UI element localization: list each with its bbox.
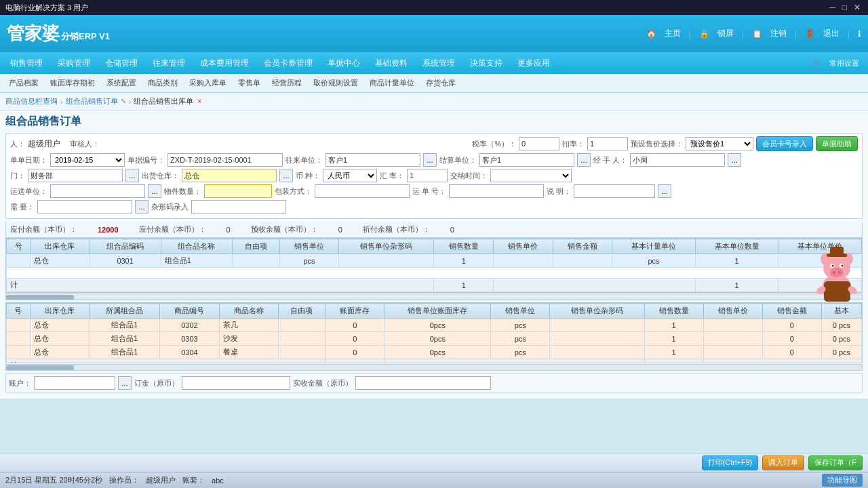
close-button[interactable]: ✕ bbox=[852, 3, 863, 12]
header-logout-link[interactable]: 注销 bbox=[770, 28, 787, 39]
svg-point-8 bbox=[842, 265, 844, 267]
subnav-history[interactable]: 经营历程 bbox=[267, 76, 307, 90]
account-input[interactable] bbox=[34, 376, 115, 390]
status-operator-label: 操作员： bbox=[109, 475, 139, 485]
minimize-button[interactable]: ─ bbox=[827, 3, 837, 12]
header-exit-link[interactable]: 退出 bbox=[823, 28, 840, 39]
breadcrumb-item-2[interactable]: 组合品销售订单 bbox=[66, 96, 118, 106]
sub-hscroll-thumb[interactable] bbox=[6, 365, 74, 371]
breadcrumb-close-button[interactable]: × bbox=[197, 98, 201, 105]
nav-sales[interactable]: 销售管理 bbox=[3, 55, 50, 72]
logout-icon: 📋 bbox=[752, 29, 762, 39]
header-lock-link[interactable]: 锁屏 bbox=[717, 28, 734, 39]
lock-icon: 🔒 bbox=[699, 29, 709, 39]
handler-input[interactable] bbox=[630, 153, 725, 167]
member-card-button[interactable]: 会员卡号录入 bbox=[756, 136, 813, 151]
print-button[interactable]: 打印(Ctrl+F9) bbox=[702, 455, 759, 470]
handler-label: 经 手 人： bbox=[593, 155, 627, 165]
ship-no-input[interactable] bbox=[449, 184, 544, 198]
nav-basic[interactable]: 基础资料 bbox=[368, 55, 414, 72]
nav-purchase[interactable]: 采购管理 bbox=[51, 55, 97, 72]
subnav-inventory[interactable]: 存货仓库 bbox=[420, 76, 461, 90]
th-base-qty: 基本单位数量 bbox=[695, 239, 778, 254]
remark-btn[interactable]: … bbox=[658, 184, 671, 198]
payable-value: 12000 bbox=[98, 226, 119, 234]
breadcrumb-item-1[interactable]: 商品信息栏查询 bbox=[5, 96, 58, 106]
settle-unit-btn[interactable]: … bbox=[577, 153, 591, 167]
header-home-link[interactable]: 主页 bbox=[665, 28, 681, 39]
td-price bbox=[494, 254, 553, 268]
subnav-config[interactable]: 系统配置 bbox=[101, 76, 142, 90]
settle-unit-input[interactable] bbox=[479, 153, 574, 167]
subnav-products[interactable]: 产品档案 bbox=[3, 76, 44, 90]
price-select[interactable]: 预设售价1 bbox=[686, 137, 753, 150]
app-logo: 管家婆 分销ERP V1 bbox=[7, 22, 110, 45]
td-unit: pcs bbox=[279, 254, 339, 268]
actual-input[interactable] bbox=[355, 376, 491, 390]
save-button[interactable]: 保存订单（F bbox=[808, 455, 863, 470]
nav-orders[interactable]: 单据中心 bbox=[321, 55, 367, 72]
to-unit-input[interactable] bbox=[326, 153, 420, 167]
table-row[interactable]: 总仓 0301 组合品1 pcs 1 pcs 1 bbox=[7, 254, 862, 268]
dept-input[interactable] bbox=[28, 169, 123, 182]
payable-label: 应付余额（本币）： bbox=[10, 224, 77, 235]
rate-input[interactable] bbox=[407, 169, 448, 182]
hscroll-thumb[interactable] bbox=[6, 295, 74, 300]
account-btn[interactable]: … bbox=[118, 376, 132, 390]
sub-table-row[interactable]: 总仓 组合品1 0303 沙发 0 0pcs pcs 1 0 0 pcs bbox=[7, 332, 862, 346]
td-barcode bbox=[339, 254, 434, 268]
nav-more[interactable]: 更多应用 bbox=[511, 55, 557, 72]
warehouse-btn[interactable]: … bbox=[279, 169, 293, 182]
remark-input[interactable] bbox=[574, 184, 655, 198]
nav-system[interactable]: 系统管理 bbox=[416, 55, 462, 72]
subnav-purchase-in[interactable]: 采购入库单 bbox=[184, 76, 232, 90]
discount-input[interactable] bbox=[587, 137, 628, 150]
form-row-4: 需 要： … 杂形码录入 bbox=[10, 200, 858, 214]
settings-icon: ⚙ bbox=[812, 58, 820, 68]
sub-table-row[interactable]: 总仓 组合品1 0304 餐桌 0 0pcs pcs 1 0 0 pcs bbox=[7, 346, 862, 359]
barcode-input[interactable] bbox=[191, 200, 286, 214]
status-operator-name: 超级用户 bbox=[146, 475, 176, 485]
dept-btn[interactable]: … bbox=[125, 169, 139, 182]
currency-select[interactable]: 人民币 bbox=[323, 169, 377, 182]
handler-btn[interactable]: … bbox=[728, 153, 741, 167]
pack-label: 包装方式： bbox=[275, 186, 312, 197]
order-num-label: 单据编号： bbox=[127, 155, 165, 165]
ship-unit-btn[interactable]: … bbox=[148, 184, 161, 198]
nav-warehouse[interactable]: 仓储管理 bbox=[98, 55, 144, 72]
subnav-stock-init[interactable]: 账面库存期初 bbox=[45, 76, 100, 90]
receivable-value: 0 bbox=[226, 226, 231, 234]
need-btn[interactable]: … bbox=[135, 200, 149, 214]
subnav-category[interactable]: 商品类别 bbox=[142, 76, 183, 90]
order-num-input[interactable] bbox=[167, 153, 283, 167]
help-button[interactable]: 单据助助 bbox=[816, 136, 858, 151]
subnav-price-rule[interactable]: 取价规则设置 bbox=[308, 76, 363, 90]
subnav-unit[interactable]: 商品计量单位 bbox=[364, 76, 420, 90]
import-button[interactable]: 调入订单 bbox=[762, 455, 804, 470]
main-table-hscroll[interactable] bbox=[5, 293, 863, 300]
nav-decision[interactable]: 决策支持 bbox=[463, 55, 509, 72]
date-input[interactable]: 2019-02-15 bbox=[50, 153, 125, 167]
main-table-container: 号 出库仓库 组合品编码 组合品名称 自由项 销售单位 销售单位杂形码 销售数量… bbox=[5, 238, 863, 293]
to-unit-btn[interactable]: … bbox=[423, 153, 437, 167]
order-input[interactable] bbox=[182, 376, 290, 390]
pack-input[interactable] bbox=[315, 184, 410, 198]
exchange-time-select[interactable] bbox=[490, 169, 572, 182]
settings-label[interactable]: 常用设置 bbox=[824, 57, 865, 70]
status-help-btn[interactable]: 功能导图 bbox=[822, 474, 863, 487]
ship-unit-input[interactable] bbox=[50, 184, 145, 198]
warehouse-input[interactable] bbox=[182, 169, 277, 182]
need-input[interactable] bbox=[37, 200, 132, 214]
subnav-retail[interactable]: 零售单 bbox=[233, 76, 266, 90]
sub-table-hscroll[interactable] bbox=[5, 364, 863, 371]
maximize-button[interactable]: □ bbox=[840, 3, 849, 12]
nav-member[interactable]: 会员卡券管理 bbox=[257, 55, 319, 72]
goods-count-input[interactable] bbox=[204, 184, 272, 198]
nav-contacts[interactable]: 往来管理 bbox=[146, 55, 192, 72]
pre-collect-value: 0 bbox=[338, 226, 342, 234]
title-tab[interactable]: 电脑行业解决方案 3 用户 bbox=[5, 3, 88, 13]
footer-empty bbox=[494, 279, 696, 292]
sub-table-row[interactable]: 总仓 组合品1 0302 茶几 0 0pcs pcs 1 0 0 pcs bbox=[7, 319, 862, 332]
nav-cost[interactable]: 成本费用管理 bbox=[193, 55, 256, 72]
tax-input[interactable] bbox=[519, 137, 559, 150]
